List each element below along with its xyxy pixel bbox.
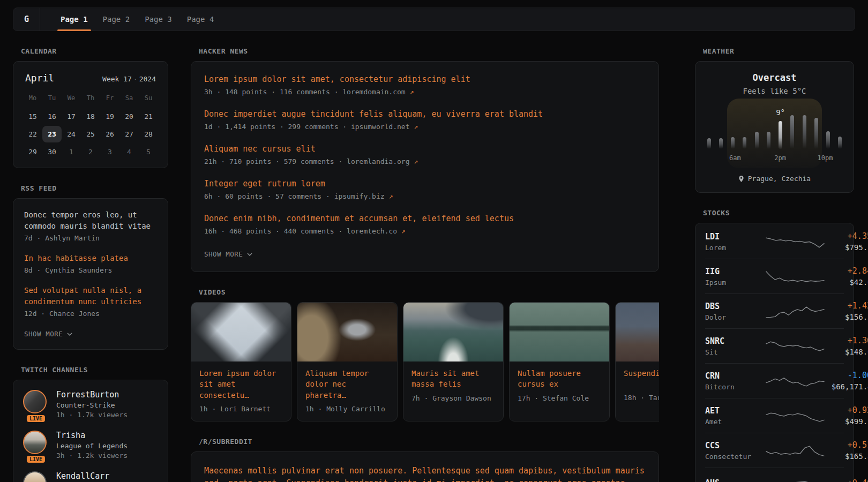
twitch-channel-meta: 3h · 1.2k viewers: [56, 451, 128, 460]
calendar-weekday: Mo: [23, 91, 42, 107]
calendar-day: 24: [62, 126, 81, 142]
external-link-icon[interactable]: ↗: [410, 88, 414, 96]
tab-page-1[interactable]: Page 1: [53, 8, 95, 31]
video-thumbnail[interactable]: [297, 303, 397, 362]
rss-item-meta: 12d · Chance Jones: [24, 310, 157, 318]
calendar-day: 1: [62, 144, 81, 160]
subreddit-heading: /R/SUBREDDIT: [199, 438, 659, 446]
stock-sparkline: [765, 441, 825, 460]
weather-bar: [719, 138, 723, 149]
video-title-link[interactable]: Nullam posuere cursus ex: [518, 368, 601, 390]
live-badge: LIVE: [26, 414, 46, 423]
hn-story-link[interactable]: Integer eget rutrum lorem: [204, 179, 646, 189]
stock-symbol[interactable]: SNRC: [705, 336, 765, 346]
rss-item-link[interactable]: In hac habitasse platea: [24, 253, 157, 264]
stock-sparkline-wrap: [765, 337, 825, 355]
twitch-channel-name[interactable]: KendallCarr: [56, 471, 109, 481]
calendar-day: 28: [139, 126, 158, 142]
video-thumbnail[interactable]: [616, 303, 659, 362]
twitch-avatar-wrap[interactable]: LIVE: [23, 390, 49, 419]
external-link-icon[interactable]: ↗: [388, 192, 393, 200]
tab-page-3[interactable]: Page 3: [137, 8, 179, 31]
external-link-icon[interactable]: ↗: [414, 157, 418, 165]
external-link-icon[interactable]: ↗: [401, 227, 406, 235]
calendar-heading: CALENDAR: [21, 47, 168, 55]
rss-show-more-button[interactable]: SHOW MORE: [24, 330, 73, 338]
hn-story-link[interactable]: Aliquam nec cursus elit: [204, 144, 646, 154]
tab-page-4[interactable]: Page 4: [179, 8, 222, 31]
video-thumbnail[interactable]: [403, 303, 503, 362]
stock-row: SNRC Sit +1.36% $148.64: [705, 328, 844, 363]
app-logo[interactable]: G: [13, 8, 40, 31]
reddit-post-link[interactable]: Maecenas mollis pulvinar erat non posuer…: [204, 465, 646, 482]
calendar-day: 19: [100, 108, 119, 125]
tab-label: Page 4: [187, 15, 214, 24]
stock-symbol[interactable]: CCS: [705, 441, 765, 450]
hn-story-meta: 1d · 1,414 points · 299 comments · ipsum…: [204, 123, 646, 131]
twitch-channel-row: LIVE Trisha League of Legends 3h · 1.2k …: [23, 431, 158, 460]
video-meta: 1h · Molly Carrillo: [305, 405, 389, 413]
calendar-day: 4: [119, 144, 139, 160]
rss-item-link[interactable]: Donec tempor eros leo, ut commodo mauris…: [24, 209, 157, 232]
calendar-weekday: Tu: [42, 91, 62, 107]
video-card: Suspendisse diam 18h · Tara: [615, 302, 659, 421]
twitch-channel-name[interactable]: Trisha: [56, 431, 128, 440]
twitch-channel-row: LIVE KendallCarr: [23, 471, 158, 482]
calendar-widget: April Week 17·2024 Mo Tu We Th Fr Sa Su …: [13, 61, 168, 168]
video-title-link[interactable]: Aliquam tempor dolor nec pharetra…: [305, 368, 389, 401]
right-column: WEATHER Overcast Feels like 5°C 9°: [695, 47, 854, 482]
twitch-channel-name[interactable]: ForrestBurton: [56, 390, 128, 400]
video-title-link[interactable]: Mauris sit amet massa felis: [411, 368, 495, 390]
hn-story-meta: 16h · 468 points · 440 comments · loremt…: [204, 227, 646, 235]
calendar-week: Week 17: [102, 75, 132, 83]
video-thumbnail[interactable]: [191, 303, 291, 362]
rss-item-link[interactable]: Sed volutpat nulla nisl, a condimentum n…: [24, 285, 157, 307]
video-thumbnail[interactable]: [510, 303, 609, 362]
tab-page-2[interactable]: Page 2: [95, 8, 138, 31]
stock-symbol[interactable]: IIG: [705, 267, 765, 276]
stock-price: $42.04: [825, 278, 868, 287]
stock-price: $499.72: [825, 417, 868, 426]
twitch-channel-info: Trisha League of Legends 3h · 1.2k viewe…: [56, 431, 128, 460]
stocks-heading: STOCKS: [703, 209, 854, 217]
twitch-heading: TWITCH CHANNELS: [21, 366, 168, 374]
stock-symbol[interactable]: DBS: [705, 302, 765, 311]
twitch-section: TWITCH CHANNELS LIVE ForrestBurton Count…: [13, 366, 168, 482]
stock-symbol[interactable]: AHS: [705, 478, 765, 482]
tab-label: Page 1: [61, 15, 88, 24]
show-more-label: SHOW MORE: [24, 330, 63, 338]
video-title-link[interactable]: Suspendisse diam: [624, 368, 659, 389]
hn-story-link[interactable]: Donec enim nibh, condimentum et accumsan…: [204, 214, 646, 223]
external-link-icon[interactable]: ↗: [414, 123, 418, 131]
stock-name: Lorem: [705, 244, 765, 252]
weather-bar: [814, 118, 818, 149]
rss-item: In hac habitasse platea 8d · Cynthia Sau…: [24, 253, 157, 274]
chevron-down-icon: [66, 332, 73, 336]
stock-change: +0.51%: [825, 440, 868, 450]
hn-show-more-button[interactable]: SHOW MORE: [204, 250, 253, 258]
twitch-channel-category[interactable]: League of Legends: [56, 442, 128, 450]
hn-story-link[interactable]: Donec imperdiet augue tincidunt felis al…: [204, 109, 646, 119]
calendar-day: 27: [119, 126, 139, 142]
stock-sparkline-wrap: [765, 267, 825, 285]
weather-bar: [790, 115, 794, 149]
video-meta: 1h · Lori Barnett: [199, 405, 283, 413]
video-title-link[interactable]: Lorem ipsum dolor sit amet consectetu…: [199, 368, 283, 401]
hn-story-link[interactable]: Lorem ipsum dolor sit amet, consectetur …: [204, 74, 646, 84]
twitch-avatar-wrap[interactable]: LIVE: [23, 431, 49, 460]
stock-sparkline-wrap: [765, 475, 825, 482]
hn-story: Aliquam nec cursus elit 21h · 710 points…: [204, 144, 646, 165]
weather-bar: [743, 137, 746, 149]
stock-values: +4.35% $795.18: [825, 231, 868, 252]
stock-symbol[interactable]: AET: [705, 406, 765, 416]
stock-symbol[interactable]: CRN: [705, 371, 765, 381]
twitch-avatar-wrap[interactable]: LIVE: [23, 471, 49, 482]
video-card: Mauris sit amet massa felis 7h · Grayson…: [403, 302, 504, 421]
calendar-day-selected: 23: [42, 126, 62, 142]
twitch-channel-meta: 1h · 1.7k viewers: [56, 411, 128, 419]
stock-symbol[interactable]: LDI: [705, 232, 765, 242]
stock-id: LDI Lorem: [705, 232, 765, 252]
twitch-channel-category[interactable]: Counter-Strike: [56, 401, 128, 409]
stock-name: Amet: [705, 418, 765, 426]
stock-price: $165.84: [825, 452, 868, 461]
